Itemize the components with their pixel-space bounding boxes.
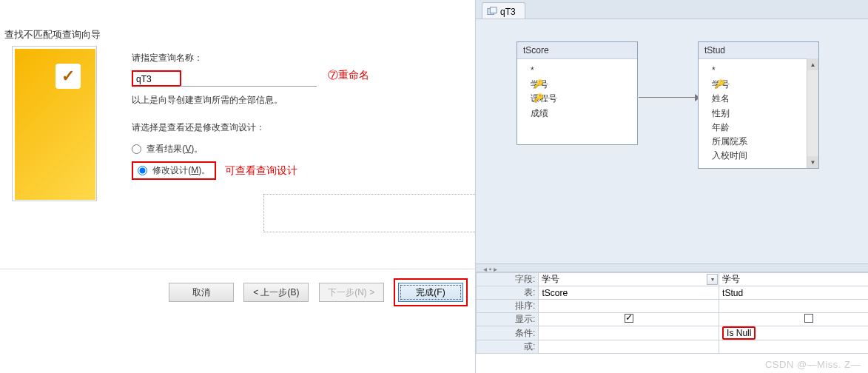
wizard-title: 查找不匹配项查询向导 (4, 28, 101, 41)
or-cell-1[interactable] (539, 340, 719, 354)
radio-modify-accel: M (191, 165, 198, 175)
key-icon: 🔑 (534, 92, 542, 101)
next-button: 下一步(N) > (319, 283, 384, 302)
sort-cell-2[interactable] (719, 300, 868, 313)
cancel-button[interactable]: 取消 (169, 283, 234, 302)
tab-label: qT3 (500, 7, 516, 17)
field-cell-1[interactable]: 学号▾ (539, 273, 719, 286)
radio-view-label-a: 查看结果( (147, 144, 185, 154)
tab-qt3[interactable]: qT3 (482, 2, 525, 19)
query-name-highlight (132, 70, 181, 87)
criteria-cell-1[interactable] (539, 326, 719, 340)
row-label-or: 或: (477, 340, 539, 354)
input-underline (180, 86, 317, 87)
table-tstud-title: tStud (699, 42, 818, 59)
dropdown-icon[interactable]: ▾ (707, 274, 718, 285)
field-xuehao[interactable]: 🔑学号 (531, 78, 631, 92)
or-cell-2[interactable] (719, 340, 868, 354)
field-cell-2[interactable]: 学号 (719, 273, 868, 286)
field-xingming[interactable]: 姓名 (712, 92, 813, 106)
field-nianling[interactable]: 年龄 (712, 121, 813, 135)
join-line[interactable] (639, 97, 698, 98)
field-star[interactable]: * (712, 64, 813, 78)
field-kechenghao[interactable]: 🔑课程号 (531, 92, 631, 106)
sort-cell-1[interactable] (539, 300, 719, 313)
row-label-field: 字段: (477, 273, 539, 286)
field-chengji[interactable]: 成绩 (531, 107, 631, 121)
table-tscore-title: tScore (517, 42, 637, 59)
radio-modify-design[interactable]: 修改设计(M)。 (138, 165, 210, 175)
scroll-up-icon[interactable]: ▲ (807, 58, 818, 70)
radio-view-results[interactable]: 查看结果(V)。 (132, 143, 465, 155)
scroll-down-icon[interactable]: ▼ (807, 156, 818, 168)
annotation-view-design: 可查看查询设计 (225, 164, 297, 176)
row-label-criteria: 条件: (477, 326, 539, 340)
radio-modify-label-b: )。 (198, 165, 210, 175)
tab-strip: qT3 (476, 0, 868, 19)
specify-query-name-label: 请指定查询名称： (132, 52, 465, 64)
wizard-illustration (12, 46, 97, 201)
row-label-table: 表: (477, 286, 539, 300)
field-star[interactable]: * (531, 64, 631, 78)
watermark-text: CSDN @—Miss. Z— (765, 359, 861, 370)
key-icon: 🔑 (715, 78, 724, 87)
relationship-area[interactable]: tScore * 🔑学号 🔑课程号 成绩 tStud * 🔑学号 姓名 性别 年… (476, 19, 868, 263)
field-xingbie[interactable]: 性别 (712, 107, 813, 121)
show-cell-1[interactable] (539, 313, 719, 326)
qbe-grid: 字段: 学号▾ 学号 表: tScore tStud 排序: (476, 272, 868, 373)
key-icon: 🔑 (534, 78, 542, 87)
row-label-show: 显示: (477, 313, 539, 326)
table-tscore[interactable]: tScore * 🔑学号 🔑课程号 成绩 (517, 41, 638, 145)
table-cell-1[interactable]: tScore (539, 286, 719, 300)
wizard-choose-text: 请选择是查看还是修改查询设计： (132, 121, 465, 134)
query-name-input[interactable] (136, 74, 177, 84)
svg-rect-1 (490, 7, 497, 13)
criteria-highlight: Is Null (722, 326, 756, 340)
wizard-info-text: 以上是向导创建查询所需的全部信息。 (132, 94, 465, 107)
wizard-button-bar: 取消 < 上一步(B) 下一步(N) > 完成(F) (0, 269, 475, 306)
radio-modify-label-a: 修改设计( (152, 165, 191, 175)
radio-view-label-b: )。 (191, 144, 203, 154)
wizard-dialog: 查找不匹配项查询向导 请指定查询名称： ⑦重命名 以上是向导创建查询所需的全部信… (0, 0, 475, 373)
finish-button[interactable]: 完成(F) (398, 283, 463, 302)
criteria-cell-2[interactable]: Is Null (719, 326, 868, 340)
pane-splitter[interactable]: ◂ ▪ ▸ (476, 263, 868, 272)
show-cell-2[interactable] (719, 313, 868, 326)
table-cell-2[interactable]: tStud (719, 286, 868, 300)
table-scrollbar[interactable]: ▲ ▼ (807, 58, 818, 168)
finish-button-highlight: 完成(F) (394, 278, 468, 306)
field-xuehao[interactable]: 🔑学号 (712, 78, 813, 92)
checkbox-checked-icon (625, 314, 633, 323)
row-label-sort: 排序: (477, 300, 539, 313)
query-designer: qT3 tScore * 🔑学号 🔑课程号 成绩 tStud * 🔑学号 姓名 … (475, 0, 868, 373)
checkbox-icon (804, 314, 813, 323)
wizard-body: 请指定查询名称： ⑦重命名 以上是向导创建查询所需的全部信息。 请选择是查看还是… (132, 52, 465, 180)
table-tstud[interactable]: tStud * 🔑学号 姓名 性别 年龄 所属院系 入校时间 ▲ ▼ (698, 41, 819, 169)
field-ruxiao[interactable]: 入校时间 (712, 149, 813, 163)
back-button[interactable]: < 上一步(B) (243, 283, 309, 302)
annotation-rename: ⑦重命名 (328, 69, 369, 82)
field-yuanxi[interactable]: 所属院系 (712, 135, 813, 149)
query-icon (487, 7, 497, 17)
radio-modify-highlight: 修改设计(M)。 (132, 161, 216, 180)
